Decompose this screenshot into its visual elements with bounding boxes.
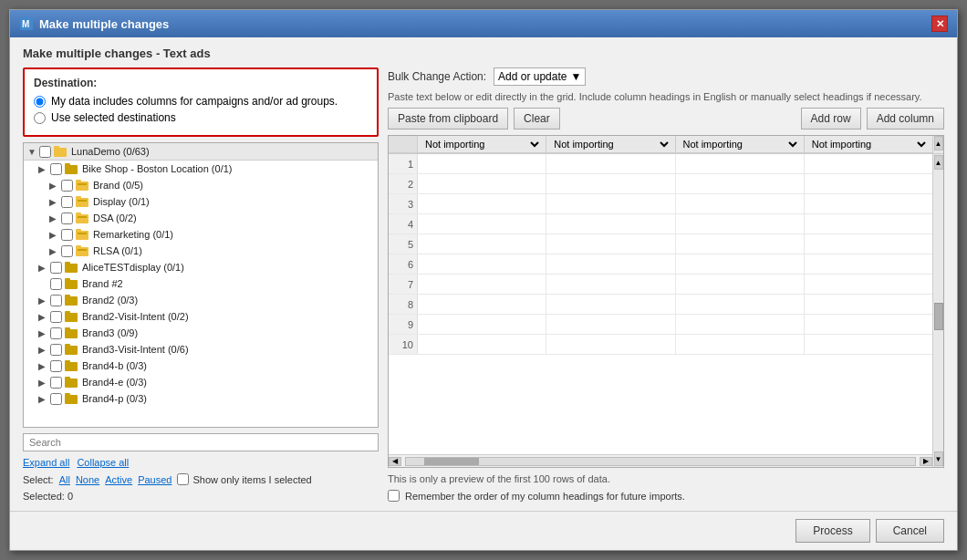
grid-cell[interactable]: [546, 335, 675, 354]
grid-cell[interactable]: [805, 254, 932, 274]
grid-cell[interactable]: [546, 254, 675, 274]
vertical-scrollbar[interactable]: ▲ ▼: [932, 154, 943, 467]
grid-cell[interactable]: [805, 275, 932, 294]
tree-check[interactable]: [50, 311, 62, 323]
tree-check[interactable]: [61, 196, 73, 208]
grid-cell[interactable]: [805, 295, 932, 314]
grid-cell[interactable]: [676, 174, 805, 193]
col-select-1[interactable]: Not importing: [421, 138, 542, 150]
list-item[interactable]: ▶ Brand4-b (0/3): [24, 358, 378, 374]
tree-check[interactable]: [50, 262, 62, 274]
grid-cell[interactable]: [676, 335, 805, 354]
vertical-scrollbar[interactable]: ▲: [932, 136, 943, 153]
grid-cell[interactable]: [418, 275, 546, 294]
grid-cell[interactable]: [418, 194, 546, 213]
grid-cell[interactable]: [805, 174, 932, 193]
grid-cell[interactable]: [546, 154, 675, 173]
v-scrollbar-thumb[interactable]: [934, 303, 943, 330]
grid-cell[interactable]: [805, 315, 932, 334]
list-item[interactable]: ▶ Brand3-Visit-Intent (0/6): [24, 341, 378, 358]
grid-cell[interactable]: [805, 234, 932, 254]
grid-cell[interactable]: [418, 154, 546, 173]
col-select-3[interactable]: Not importing: [680, 138, 800, 150]
tree-root-arrow[interactable]: ▼: [27, 147, 36, 157]
list-item[interactable]: ▶ Display (0/1): [24, 193, 378, 210]
column-header-2[interactable]: Not importing: [546, 136, 675, 152]
tree-check[interactable]: [50, 278, 62, 290]
list-item[interactable]: ▶ Brand3 (0/9): [24, 325, 378, 341]
add-column-button[interactable]: Add column: [867, 108, 944, 130]
grid-cell[interactable]: [546, 214, 675, 233]
destination-radio-2[interactable]: [34, 112, 46, 124]
grid-cell[interactable]: [418, 254, 546, 274]
search-input[interactable]: [29, 437, 372, 448]
select-active-link[interactable]: Active: [105, 474, 132, 485]
tree-check[interactable]: [61, 213, 73, 224]
column-header-4[interactable]: Not importing: [805, 136, 932, 152]
col-select-2[interactable]: Not importing: [550, 138, 671, 150]
grid-cell[interactable]: [418, 335, 546, 354]
tree-check[interactable]: [61, 180, 73, 192]
grid-cell[interactable]: [676, 154, 805, 173]
expand-all-link[interactable]: Expand all: [23, 457, 69, 468]
h-scrollbar-thumb[interactable]: [424, 458, 479, 465]
select-all-link[interactable]: All: [59, 474, 70, 485]
grid-cell[interactable]: [676, 234, 805, 254]
h-scrollbar-track[interactable]: [405, 457, 916, 466]
cancel-button[interactable]: Cancel: [876, 519, 944, 543]
close-button[interactable]: ✕: [931, 16, 948, 32]
grid-cell[interactable]: [805, 335, 932, 354]
grid-cell[interactable]: [676, 275, 805, 294]
grid-cell[interactable]: [546, 174, 675, 193]
list-item[interactable]: ▶ Brand (0/5): [24, 177, 378, 193]
grid-cell[interactable]: [805, 154, 932, 173]
collapse-all-link[interactable]: Collapse all: [77, 457, 129, 468]
grid-cell[interactable]: [546, 275, 675, 294]
tree-root-check[interactable]: [39, 146, 51, 158]
list-item[interactable]: ▶ AliceTESTdisplay (0/1): [24, 259, 378, 275]
list-item[interactable]: ▶ Brand #2: [24, 275, 378, 292]
grid-cell[interactable]: [676, 315, 805, 334]
grid-cell[interactable]: [546, 295, 675, 314]
grid-cell[interactable]: [676, 194, 805, 213]
tree-check[interactable]: [50, 163, 62, 175]
grid-cell[interactable]: [805, 214, 932, 233]
list-item[interactable]: ▶ Brand4-e (0/3): [24, 374, 378, 390]
tree-check[interactable]: [50, 344, 62, 356]
paste-from-clipboard-button[interactable]: Paste from clipboard: [388, 108, 508, 130]
grid-cell[interactable]: [418, 315, 546, 334]
tree-check[interactable]: [50, 377, 62, 389]
tree-root[interactable]: ▼ LunaDemo (0/63): [24, 143, 378, 161]
grid-cell[interactable]: [418, 174, 546, 193]
grid-cell[interactable]: [805, 194, 932, 213]
clear-button[interactable]: Clear: [514, 108, 560, 130]
tree-check[interactable]: [50, 360, 62, 372]
tree-check[interactable]: [50, 295, 62, 306]
grid-cell[interactable]: [676, 295, 805, 314]
tree-check[interactable]: [61, 245, 73, 257]
list-item[interactable]: ▶ Remarketing (0/1): [24, 226, 378, 243]
list-item[interactable]: ▶ Brand4-p (0/3): [24, 390, 378, 407]
list-item[interactable]: ▶ Brand2-Visit-Intent (0/2): [24, 308, 378, 325]
grid-cell[interactable]: [676, 254, 805, 274]
column-header-1[interactable]: Not importing: [418, 136, 546, 152]
select-paused-link[interactable]: Paused: [138, 474, 172, 485]
process-button[interactable]: Process: [795, 519, 869, 543]
grid-cell[interactable]: [546, 234, 675, 254]
grid-cell[interactable]: [546, 194, 675, 213]
grid-cell[interactable]: [676, 214, 805, 233]
grid-cell[interactable]: [418, 214, 546, 233]
remember-checkbox[interactable]: [388, 490, 400, 502]
list-item[interactable]: ▶ Bike Shop - Boston Location (0/1): [24, 161, 378, 177]
grid-cell[interactable]: [418, 234, 546, 254]
column-header-3[interactable]: Not importing: [676, 136, 805, 152]
bulk-change-select[interactable]: Add or update ▼: [494, 67, 586, 86]
destination-radio-1[interactable]: [34, 96, 46, 108]
col-select-4[interactable]: Not importing: [808, 138, 929, 150]
tree-check[interactable]: [50, 393, 62, 405]
show-only-checkbox[interactable]: [177, 473, 189, 485]
add-row-button[interactable]: Add row: [801, 108, 861, 130]
list-item[interactable]: ▶ Brand2 (0/3): [24, 292, 378, 308]
tree-check[interactable]: [50, 327, 62, 339]
list-item[interactable]: ▶ RLSA (0/1): [24, 243, 378, 259]
